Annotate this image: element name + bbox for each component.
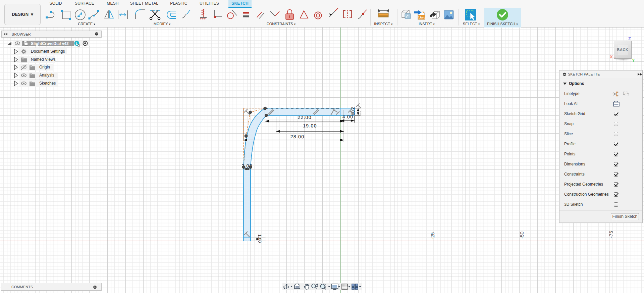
svg-text:1.00: 1.00 — [257, 234, 262, 243]
svg-text:19.00: 19.00 — [303, 123, 317, 128]
svg-text:28.00: 28.00 — [290, 134, 305, 139]
svg-text:L: L — [76, 42, 78, 45]
svg-text:SVG: SVG — [420, 16, 426, 19]
svg-text:22.00: 22.00 — [298, 114, 312, 120]
